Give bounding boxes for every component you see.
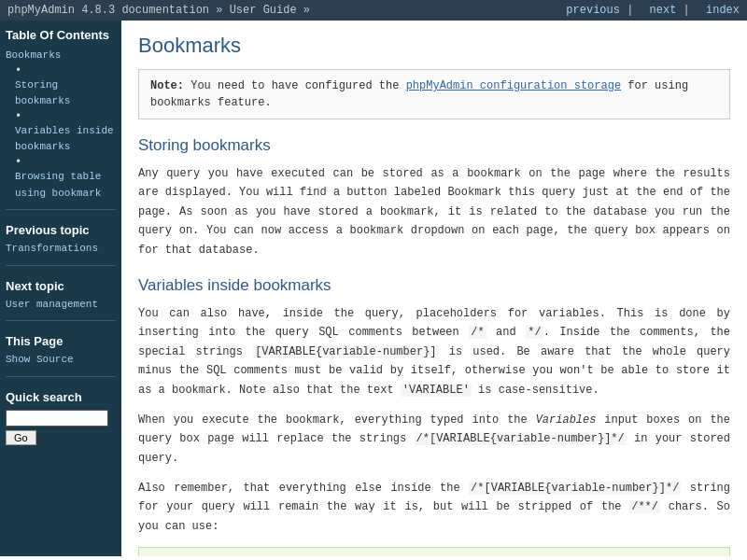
note-label: Note: bbox=[150, 79, 184, 92]
breadcrumb: phpMyAdmin 4.8.3 documentation » User Gu… bbox=[7, 4, 310, 17]
divider-1 bbox=[6, 209, 116, 210]
page-title: Bookmarks bbox=[138, 34, 730, 58]
this-page-title: This Page bbox=[6, 334, 116, 348]
previous-topic-link[interactable]: Transformations bbox=[6, 241, 116, 258]
layout: Table Of Contents Bookmarks Storing book… bbox=[0, 21, 747, 556]
top-nav: previous | next | index bbox=[557, 4, 740, 17]
nav-index[interactable]: index bbox=[706, 4, 740, 17]
section2-para3: Also remember, that everything else insi… bbox=[138, 479, 730, 536]
toc-items: Storing bookmarks Variables inside bookm… bbox=[6, 64, 116, 203]
section1-title: Storing bookmarks bbox=[138, 136, 730, 155]
toc-item-variables: Variables inside bookmarks bbox=[6, 110, 116, 156]
nav-next[interactable]: next bbox=[650, 4, 677, 17]
divider-2 bbox=[6, 265, 116, 266]
code-content: /* [VARIABLE1] AS myname */ bbox=[150, 555, 331, 556]
toc-item-storing: Storing bookmarks bbox=[6, 64, 116, 110]
nav-previous[interactable]: previous bbox=[566, 4, 620, 17]
config-storage-link[interactable]: phpMyAdmin configuration storage bbox=[406, 79, 621, 92]
show-source-link[interactable]: Show Source bbox=[6, 352, 116, 369]
toc-item-browsing-link[interactable]: Browsing table using bookmark bbox=[15, 169, 116, 202]
search-go-button[interactable]: Go bbox=[6, 430, 36, 445]
section2-title: Variables inside bookmarks bbox=[138, 276, 730, 295]
note-box: Note: You need to have configured the ph… bbox=[138, 69, 730, 119]
next-topic-link[interactable]: User management bbox=[6, 297, 116, 314]
top-bar: phpMyAdmin 4.8.3 documentation » User Gu… bbox=[0, 0, 747, 21]
code-block: /* [VARIABLE1] AS myname */ bbox=[138, 547, 730, 556]
main-content: Bookmarks Note: You need to have configu… bbox=[121, 21, 747, 556]
section2-para1: You can also have, inside the query, pla… bbox=[138, 304, 730, 399]
note-text-before: You need to have configured the bbox=[190, 79, 405, 92]
sidebar: Table Of Contents Bookmarks Storing book… bbox=[0, 21, 121, 556]
section2-para2: When you execute the bookmark, everythin… bbox=[138, 411, 730, 468]
toc-title: Table Of Contents bbox=[6, 28, 116, 42]
toc-item-storing-link[interactable]: Storing bookmarks bbox=[15, 77, 116, 110]
toc-item-browsing: Browsing table using bookmark bbox=[6, 156, 116, 202]
next-topic-title: Next topic bbox=[6, 279, 116, 293]
previous-topic-title: Previous topic bbox=[6, 223, 116, 237]
toc-item-variables-link[interactable]: Variables inside bookmarks bbox=[15, 123, 116, 156]
divider-3 bbox=[6, 320, 116, 321]
section1-para1: Any query you have executed can be store… bbox=[138, 164, 730, 259]
search-box: Go bbox=[6, 410, 116, 445]
quick-search-title: Quick search bbox=[6, 390, 116, 404]
divider-4 bbox=[6, 376, 116, 377]
search-input[interactable] bbox=[6, 410, 108, 427]
toc-bookmarks-link[interactable]: Bookmarks bbox=[6, 48, 116, 64]
